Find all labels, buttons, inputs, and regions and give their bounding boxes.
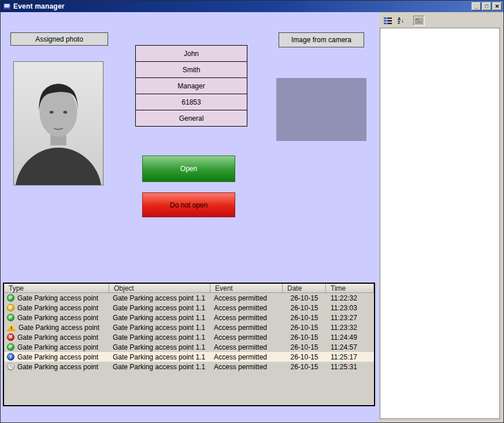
event-table-body: ✓ Gate Parking access point Gate Parking…: [4, 293, 374, 372]
app-icon: [3, 2, 11, 10]
event-type: Gate Parking access point: [17, 343, 98, 351]
event-object: Gate Parking access point 1.1: [109, 353, 210, 361]
event-time: 11:25:31: [326, 363, 374, 371]
window-controls: _ □ ✕: [472, 2, 502, 10]
event-time: 11:23:03: [326, 304, 374, 312]
event-table-header: Type Object Event Date Time: [4, 284, 374, 293]
person-fields: John Smith Manager 61853 General: [135, 45, 247, 127]
event-type: Gate Parking access point: [17, 314, 98, 322]
event-type-icon: ✓: [7, 294, 14, 302]
event-type: Gate Parking access point: [17, 294, 98, 302]
event-date: 26-10-15: [283, 324, 326, 332]
column-header-event[interactable]: Event: [210, 284, 283, 293]
event-name: Access permitted: [210, 304, 283, 312]
camera-image: [276, 78, 366, 141]
event-type: Gate Parking access point: [17, 353, 98, 361]
event-name: Access permitted: [210, 343, 283, 351]
event-date: 26-10-15: [283, 294, 326, 302]
event-object: Gate Parking access point 1.1: [109, 324, 210, 332]
event-type-icon: ✓: [7, 304, 14, 311]
event-type: Gate Parking access point: [17, 363, 98, 371]
assigned-photo-label: Assigned photo: [10, 32, 108, 46]
maximize-button[interactable]: □: [482, 2, 491, 10]
person-field-last-name: Smith: [135, 61, 247, 78]
event-date: 26-10-15: [283, 343, 326, 351]
person-field-first-name: John: [135, 45, 247, 62]
person-field-id-number: 61853: [135, 94, 247, 110]
column-header-time[interactable]: Time: [326, 284, 374, 293]
event-type: Gate Parking access point: [18, 324, 99, 332]
window-title: Event manager: [13, 2, 472, 10]
side-toolbar: AZ ↓: [379, 12, 504, 27]
event-date: 26-10-15: [283, 314, 326, 322]
image-from-camera-label: Image from camera: [279, 32, 364, 47]
event-date: 26-10-15: [283, 333, 326, 342]
person-field-department: General: [135, 110, 247, 127]
event-type-icon: ✓: [7, 343, 14, 351]
event-manager-window: Event manager _ □ ✕ Assigned photo: [0, 0, 504, 423]
event-name: Access permitted: [210, 333, 283, 342]
event-time: 11:25:17: [326, 353, 374, 361]
event-name: Access permitted: [210, 324, 283, 332]
table-row[interactable]: ✕ Gate Parking access point Gate Parking…: [4, 332, 374, 342]
event-object: Gate Parking access point 1.1: [109, 333, 210, 342]
event-type: Gate Parking access point: [17, 333, 98, 342]
event-object: Gate Parking access point 1.1: [109, 304, 210, 312]
categorized-icon[interactable]: [382, 16, 394, 26]
property-pages-icon[interactable]: [413, 16, 425, 26]
event-type-icon: !: [7, 324, 16, 331]
event-time: 11:23:27: [326, 314, 374, 322]
event-name: Access permitted: [210, 353, 283, 361]
event-date: 26-10-15: [283, 304, 326, 312]
table-row[interactable]: ◷ Gate Parking access point Gate Parking…: [4, 362, 374, 372]
event-name: Access permitted: [210, 363, 283, 371]
event-name: Access permitted: [210, 314, 283, 322]
event-type-icon: i: [7, 353, 14, 361]
event-type: Gate Parking access point: [17, 304, 98, 312]
assigned-photo: [13, 61, 103, 185]
table-row[interactable]: ✓ Gate Parking access point Gate Parking…: [4, 303, 374, 313]
event-object: Gate Parking access point 1.1: [109, 314, 210, 322]
event-type-icon: ◷: [7, 363, 14, 370]
table-row[interactable]: ✓ Gate Parking access point Gate Parking…: [4, 342, 374, 352]
table-row[interactable]: ! Gate Parking access point Gate Parking…: [4, 322, 374, 332]
side-content: [380, 28, 501, 419]
event-object: Gate Parking access point 1.1: [109, 294, 210, 302]
column-header-object[interactable]: Object: [109, 284, 210, 293]
event-time: 11:24:49: [326, 333, 374, 342]
do-not-open-button[interactable]: Do not open: [142, 192, 235, 217]
event-type-icon: ✓: [7, 314, 14, 321]
side-panel: AZ ↓: [379, 12, 504, 423]
column-header-date[interactable]: Date: [283, 284, 326, 293]
titlebar: Event manager _ □ ✕: [1, 1, 503, 12]
main-area: Assigned photo: [1, 12, 379, 423]
event-date: 26-10-15: [283, 353, 326, 361]
event-time: 11:24:57: [326, 343, 374, 351]
event-object: Gate Parking access point 1.1: [109, 343, 210, 351]
open-button[interactable]: Open: [142, 155, 235, 182]
event-name: Access permitted: [210, 294, 283, 302]
person-field-position: Manager: [135, 77, 247, 94]
event-table: Type Object Event Date Time ✓ Gate Parki…: [3, 283, 375, 406]
table-row[interactable]: i Gate Parking access point Gate Parking…: [4, 352, 374, 362]
event-date: 26-10-15: [283, 363, 326, 371]
sort-az-icon[interactable]: AZ ↓: [395, 16, 407, 26]
table-row[interactable]: ✓ Gate Parking access point Gate Parking…: [4, 313, 374, 322]
minimize-button[interactable]: _: [472, 2, 481, 10]
event-time: 11:22:32: [326, 294, 374, 302]
event-type-icon: ✕: [7, 333, 14, 341]
event-object: Gate Parking access point 1.1: [109, 363, 210, 371]
close-button[interactable]: ✕: [492, 2, 502, 10]
column-header-type[interactable]: Type: [4, 284, 109, 293]
event-time: 11:23:32: [326, 324, 374, 332]
table-row[interactable]: ✓ Gate Parking access point Gate Parking…: [4, 293, 374, 303]
